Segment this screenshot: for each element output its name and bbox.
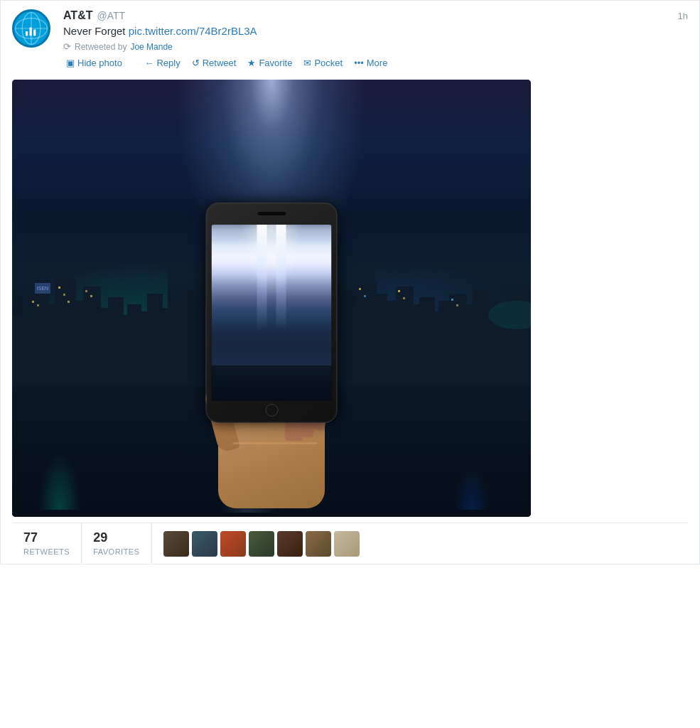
tweet-header: AT&T @ATT 1h Never Forget pic.twitter.co… (12, 9, 688, 74)
more-label: More (367, 58, 388, 68)
svg-rect-27 (58, 287, 60, 289)
pocket-icon: ✉ (303, 58, 311, 68)
hide-photo-icon: ▣ (66, 58, 75, 68)
favorites-count: 29 (93, 530, 139, 545)
svg-rect-26 (37, 304, 39, 306)
svg-rect-30 (85, 290, 87, 292)
tweet-actions: ▣ Hide photo ← Reply ↺ Retweet ★ Favorit… (63, 56, 688, 74)
retweets-label: RETWEETS (23, 547, 70, 556)
reply-label: Reply (156, 58, 180, 68)
retweeter-avatar-4[interactable] (249, 531, 274, 557)
svg-rect-7 (33, 30, 36, 36)
svg-rect-5 (26, 31, 28, 36)
tweet-text: Never Forget pic.twitter.com/74Br2rBL3A (63, 23, 688, 38)
more-button[interactable]: ••• More (348, 56, 393, 70)
svg-text:ISEN: ISEN (37, 286, 48, 291)
favorite-label: Favorite (259, 58, 292, 68)
more-icon: ••• (354, 58, 364, 68)
retweeter-avatar-2[interactable] (192, 531, 217, 557)
retweet-info: ⟳ Retweeted by Joe Mande (63, 41, 688, 52)
svg-rect-29 (68, 301, 70, 303)
tweet-image-container[interactable]: ISEN (12, 80, 531, 517)
svg-rect-28 (63, 294, 65, 296)
retweeter-avatar-5[interactable] (277, 531, 303, 557)
retweeter-link[interactable]: Joe Mande (130, 42, 172, 52)
favorite-icon: ★ (247, 58, 256, 68)
retweet-label: Retweet (203, 58, 237, 68)
svg-rect-31 (90, 295, 92, 297)
retweet-button[interactable]: ↺ Retweet (186, 56, 242, 70)
hide-photo-button[interactable]: ▣ Hide photo (63, 56, 125, 70)
hide-photo-label: Hide photo (77, 58, 122, 68)
tweet-footer: 77 RETWEETS 29 FAVORITES (12, 523, 688, 564)
reply-button[interactable]: ← Reply (139, 56, 185, 70)
pocket-button[interactable]: ✉ Pocket (298, 56, 348, 70)
timestamp: 1h (678, 11, 688, 21)
svg-rect-52 (364, 295, 366, 297)
retweets-stat: 77 RETWEETS (12, 523, 82, 564)
svg-rect-53 (398, 290, 400, 292)
svg-rect-25 (32, 301, 34, 303)
favorites-stat: 29 FAVORITES (82, 523, 151, 564)
retweeter-avatar-3[interactable] (220, 531, 246, 557)
svg-rect-6 (30, 27, 32, 36)
favorite-button[interactable]: ★ Favorite (242, 56, 298, 70)
username[interactable]: AT&T (63, 9, 92, 22)
retweeter-avatar-7[interactable] (334, 531, 360, 557)
retweeter-avatars (152, 523, 371, 564)
separator-1 (126, 58, 138, 69)
reply-icon: ← (144, 58, 154, 68)
retweets-count: 77 (23, 530, 70, 545)
avatar[interactable] (12, 9, 55, 52)
pocket-label: Pocket (314, 58, 343, 68)
tweet-link[interactable]: pic.twitter.com/74Br2rBL3A (129, 25, 257, 37)
tweet-main-text: Never Forget (63, 25, 126, 37)
tweet-meta: AT&T @ATT 1h Never Forget pic.twitter.co… (63, 9, 688, 74)
svg-rect-56 (456, 304, 458, 306)
tweet-image: ISEN (12, 80, 531, 517)
favorites-label: FAVORITES (93, 547, 139, 556)
svg-rect-55 (451, 299, 453, 301)
retweeter-avatar-1[interactable] (163, 531, 189, 557)
svg-rect-54 (403, 297, 405, 299)
tweet-card: AT&T @ATT 1h Never Forget pic.twitter.co… (0, 0, 700, 564)
retweet-icon: ↺ (192, 58, 200, 68)
retweet-label: Retweeted by (75, 42, 126, 52)
retweeter-avatar-6[interactable] (306, 531, 331, 557)
user-info: AT&T @ATT (63, 9, 125, 22)
svg-rect-51 (359, 288, 361, 290)
handle[interactable]: @ATT (97, 10, 125, 21)
retweet-small-icon: ⟳ (63, 41, 71, 52)
